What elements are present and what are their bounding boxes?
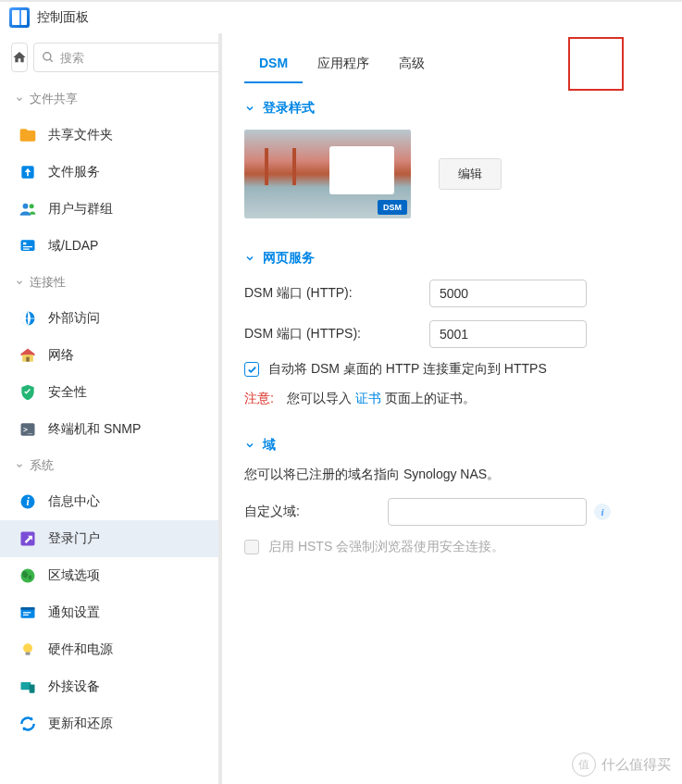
sidebar-item-users[interactable]: 用户与群组 bbox=[0, 191, 218, 228]
sidebar-item-label: 共享文件夹 bbox=[48, 127, 113, 143]
bulb-icon bbox=[19, 641, 37, 659]
svg-point-22 bbox=[23, 643, 32, 653]
sidebar-item-network[interactable]: 网络 bbox=[0, 337, 218, 374]
folder-icon bbox=[19, 126, 37, 144]
redirect-checkbox[interactable] bbox=[244, 362, 259, 377]
update-icon bbox=[19, 715, 37, 733]
svg-point-3 bbox=[23, 204, 29, 209]
sidebar-item-file-service[interactable]: 文件服务 bbox=[0, 154, 218, 191]
sidebar-item-regional[interactable]: 区域选项 bbox=[0, 557, 218, 594]
section-login-style[interactable]: 登录样式 bbox=[244, 100, 660, 117]
category-connectivity[interactable]: 连接性 bbox=[0, 265, 218, 300]
tab-apps[interactable]: 应用程序 bbox=[303, 44, 384, 83]
sidebar-item-login-portal[interactable]: 登录门户 bbox=[0, 520, 218, 557]
sidebar-item-shared-folder[interactable]: 共享文件夹 bbox=[0, 117, 218, 154]
info-icon: i bbox=[19, 492, 37, 511]
tab-dsm[interactable]: DSM bbox=[244, 44, 303, 83]
certificate-link[interactable]: 证书 bbox=[355, 391, 381, 405]
svg-rect-8 bbox=[23, 249, 30, 250]
control-panel-icon bbox=[9, 7, 30, 28]
hsts-checkbox bbox=[244, 540, 259, 554]
svg-rect-7 bbox=[23, 246, 32, 247]
info-icon[interactable]: i bbox=[594, 504, 611, 520]
home-button[interactable] bbox=[11, 43, 28, 72]
login-preview-thumbnail bbox=[244, 130, 411, 218]
chevron-down-icon bbox=[244, 440, 255, 451]
category-system[interactable]: 系统 bbox=[0, 448, 218, 483]
sidebar-item-hardware[interactable]: 硬件和电源 bbox=[0, 631, 218, 668]
home-icon bbox=[12, 50, 27, 65]
svg-point-4 bbox=[30, 204, 34, 208]
network-icon bbox=[19, 346, 37, 365]
custom-domain-input[interactable] bbox=[388, 498, 587, 526]
section-domain[interactable]: 域 bbox=[244, 437, 660, 454]
watermark-icon: 值 bbox=[572, 753, 596, 777]
watermark: 值 什么值得买 bbox=[572, 753, 671, 777]
edit-button[interactable]: 编辑 bbox=[439, 158, 502, 190]
sidebar-item-label: 用户与群组 bbox=[48, 201, 113, 218]
sidebar-item-label: 通知设置 bbox=[48, 604, 100, 621]
https-port-input[interactable] bbox=[429, 320, 587, 348]
sidebar: 文件共享 共享文件夹 文件服务 用户与群组 域/LDAP 连接性 外部访问 bbox=[0, 33, 222, 784]
tabs: DSM 应用程序 高级 bbox=[222, 33, 682, 83]
sidebar-item-label: 域/LDAP bbox=[48, 238, 98, 255]
sidebar-item-label: 硬件和电源 bbox=[48, 641, 113, 658]
http-port-input[interactable] bbox=[429, 280, 587, 307]
highlight-box bbox=[568, 37, 624, 91]
sidebar-item-label: 安全性 bbox=[48, 384, 87, 401]
sidebar-item-label: 外部访问 bbox=[48, 310, 100, 327]
svg-rect-20 bbox=[23, 612, 31, 613]
category-file-share[interactable]: 文件共享 bbox=[0, 81, 218, 117]
chevron-down-icon bbox=[15, 461, 24, 470]
svg-rect-19 bbox=[21, 607, 35, 610]
sidebar-item-terminal[interactable]: >_ 终端机和 SNMP bbox=[0, 411, 218, 448]
svg-text:>_: >_ bbox=[23, 425, 33, 434]
users-icon bbox=[19, 200, 37, 218]
sidebar-item-label: 文件服务 bbox=[48, 164, 100, 180]
search-icon bbox=[42, 51, 55, 64]
domain-description: 您可以将已注册的域名指向 Synology NAS。 bbox=[244, 467, 660, 483]
svg-rect-25 bbox=[30, 685, 35, 693]
sidebar-item-security[interactable]: 安全性 bbox=[0, 374, 218, 411]
redirect-label: 自动将 DSM 桌面的 HTTP 连接重定向到 HTTPS bbox=[268, 361, 547, 378]
tab-advanced[interactable]: 高级 bbox=[384, 44, 440, 83]
chevron-down-icon bbox=[15, 94, 24, 104]
sidebar-item-label: 登录门户 bbox=[48, 530, 100, 547]
chevron-down-icon bbox=[244, 103, 255, 114]
sidebar-item-label: 信息中心 bbox=[48, 493, 100, 510]
sidebar-item-ldap[interactable]: 域/LDAP bbox=[0, 228, 218, 265]
section-web-service[interactable]: 网页服务 bbox=[244, 250, 660, 267]
sidebar-item-external-devices[interactable]: 外接设备 bbox=[0, 668, 218, 705]
globe-icon bbox=[19, 309, 37, 328]
devices-icon bbox=[19, 678, 37, 696]
https-port-label: DSM 端口 (HTTPS): bbox=[244, 326, 429, 342]
sidebar-item-label: 网络 bbox=[48, 347, 74, 364]
ldap-icon bbox=[19, 237, 37, 255]
sidebar-item-info-center[interactable]: i 信息中心 bbox=[0, 483, 218, 520]
svg-rect-6 bbox=[23, 243, 26, 245]
window-title: 控制面板 bbox=[37, 9, 89, 26]
search-field[interactable] bbox=[33, 43, 222, 72]
sidebar-item-label: 更新和还原 bbox=[48, 716, 113, 732]
search-input[interactable] bbox=[60, 51, 216, 65]
svg-line-1 bbox=[50, 59, 53, 62]
chevron-down-icon bbox=[15, 278, 24, 287]
sidebar-item-external-access[interactable]: 外部访问 bbox=[0, 300, 218, 337]
sidebar-item-notification[interactable]: 通知设置 bbox=[0, 594, 218, 631]
svg-rect-11 bbox=[26, 357, 29, 362]
svg-rect-21 bbox=[23, 615, 29, 616]
custom-domain-label: 自定义域: bbox=[244, 504, 388, 520]
sidebar-item-label: 区域选项 bbox=[48, 567, 100, 584]
titlebar: 控制面板 bbox=[0, 0, 682, 33]
hsts-label: 启用 HSTS 会强制浏览器使用安全连接。 bbox=[268, 539, 504, 555]
shield-icon bbox=[19, 383, 37, 402]
sidebar-item-label: 终端机和 SNMP bbox=[48, 421, 141, 438]
sidebar-item-label: 外接设备 bbox=[48, 678, 100, 695]
svg-point-0 bbox=[43, 53, 51, 60]
file-service-icon bbox=[19, 163, 37, 181]
chevron-down-icon bbox=[244, 253, 255, 264]
note-text: 注意: 您可以导入 证书 页面上的证书。 bbox=[244, 391, 660, 407]
terminal-icon: >_ bbox=[19, 420, 37, 439]
sidebar-item-update-restore[interactable]: 更新和还原 bbox=[0, 705, 218, 742]
svg-rect-23 bbox=[26, 653, 31, 655]
